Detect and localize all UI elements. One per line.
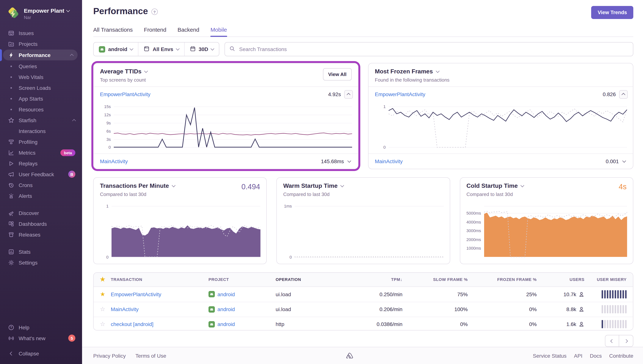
sidebar-item-user-feedback[interactable]: User FeedbackB [0, 169, 82, 180]
column-header-slow-frame-[interactable]: SLOW FRAME % [402, 277, 468, 282]
issues-icon [8, 30, 15, 36]
tab-backend[interactable]: Backend [178, 26, 199, 36]
user-misery-cell [584, 290, 633, 298]
sidebar-item-label: Discover [19, 210, 39, 216]
sidebar-item-what-s-new[interactable]: What's new5 [0, 333, 82, 344]
filter-android[interactable]: android [94, 42, 138, 56]
sidebar-item-issues[interactable]: Issues [0, 28, 82, 38]
collapse-toggle-button[interactable] [344, 90, 353, 98]
collapse-toggle-button[interactable] [619, 90, 628, 98]
badge-beta: beta [61, 149, 75, 156]
org-logo-icon [6, 7, 20, 21]
column-header-tpm[interactable]: TPM ↓ [352, 277, 402, 282]
footer-link-docs[interactable]: Docs [590, 353, 602, 358]
sidebar-item-alerts[interactable]: Alerts [0, 190, 82, 201]
expand-toggle-button[interactable] [622, 159, 626, 163]
cold-startup-title[interactable]: Cold Startup Time [466, 182, 524, 189]
footer-link-api[interactable]: API [574, 353, 582, 358]
search-input[interactable] [238, 46, 628, 52]
sidebar-item-dashboards[interactable]: Dashboards [0, 218, 82, 229]
sidebar-item-app-starts[interactable]: App Starts [0, 93, 82, 104]
sidebar-item-collapse[interactable]: Collapse [0, 348, 82, 359]
cold-startup-card: Cold Startup Time Compared to last 30d 4… [460, 177, 633, 264]
tab-all-transactions[interactable]: All Transactions [93, 26, 133, 36]
star-toggle[interactable]: ☆ [100, 306, 105, 312]
footer-link-service-status[interactable]: Service Status [533, 353, 566, 358]
transaction-link[interactable]: EmpowerPlantActivity [100, 91, 151, 97]
sidebar-item-label: Web Vitals [19, 74, 44, 80]
help-circle-icon[interactable]: ? [151, 8, 158, 15]
calendar-icon [190, 46, 196, 53]
average-ttids-title[interactable]: Average TTIDs [100, 68, 148, 75]
project-link[interactable]: android [217, 321, 235, 327]
column-header-user-misery[interactable]: USER MISERY [584, 277, 633, 282]
sidebar-item-crons[interactable]: Crons [0, 180, 82, 190]
star-toggle[interactable]: ☆ [100, 321, 105, 327]
warm-startup-title[interactable]: Warm Startup Time [283, 182, 344, 189]
sidebar-item-label: Interactions [19, 128, 46, 134]
widget-row-top: Average TTIDs Top screens by count View … [93, 63, 633, 169]
sidebar-item-projects[interactable]: Projects [0, 38, 82, 49]
tab-mobile[interactable]: Mobile [211, 26, 227, 36]
transaction-link[interactable]: MainActivity [100, 158, 128, 164]
sidebar-item-web-vitals[interactable]: Web Vitals [0, 72, 82, 82]
transaction-link[interactable]: MainActivity [375, 158, 403, 164]
page-title: Performance ? [93, 6, 158, 16]
sidebar-item-discover[interactable]: Discover [0, 208, 82, 218]
column-header-frozen-frame-[interactable]: FROZEN FRAME % [468, 277, 537, 282]
project-link[interactable]: android [217, 291, 235, 297]
transaction-link[interactable]: checkout [android] [111, 321, 153, 327]
y-axis-label: 9s [94, 120, 111, 125]
footer-link-contribute[interactable]: Contribute [609, 353, 633, 358]
sidebar-item-starfish[interactable]: Starfish [0, 115, 82, 126]
sidebar-item-help[interactable]: ?Help [0, 322, 82, 333]
item-value: 145.68ms [321, 158, 344, 164]
misery-score-bars [601, 320, 626, 328]
profiling-icon [8, 139, 15, 145]
plot-area [389, 105, 627, 149]
transaction-link[interactable]: MainActivity [111, 306, 139, 312]
view-all-button[interactable]: View All [323, 68, 352, 80]
plot-area [114, 105, 352, 149]
view-trends-button[interactable]: View Trends [591, 6, 633, 19]
column-header-operation[interactable]: OPERATION [276, 277, 352, 282]
sidebar-item-settings[interactable]: Settings [0, 257, 82, 268]
sidebar-item-performance[interactable]: Performance [3, 50, 78, 60]
expand-toggle-button[interactable] [348, 159, 351, 163]
star-header-icon: ★ [100, 276, 106, 282]
search-box[interactable] [225, 42, 633, 56]
project-link[interactable]: android [217, 306, 235, 312]
sidebar-item-metrics[interactable]: Metricsbeta [0, 147, 82, 158]
settings-icon [8, 260, 15, 266]
tpm-title[interactable]: Transactions Per Minute [100, 182, 175, 189]
sidebar-item-replays[interactable]: Replays [0, 158, 82, 169]
next-page-button[interactable] [619, 335, 633, 347]
sidebar-item-stats[interactable]: Stats [0, 246, 82, 257]
sidebar-item-queries[interactable]: Queries [0, 61, 82, 72]
most-frozen-frames-title[interactable]: Most Frozen Frames [375, 68, 449, 75]
sidebar-item-resources[interactable]: Resources [0, 104, 82, 115]
transaction-link[interactable]: EmpowerPlantActivity [375, 91, 425, 97]
sidebar-item-releases[interactable]: Releases [0, 229, 82, 240]
filter-all-envs[interactable]: All Envs [138, 42, 184, 56]
footer-link-terms-of-use[interactable]: Terms of Use [135, 353, 166, 358]
sidebar-item-profiling[interactable]: Profiling [0, 136, 82, 147]
transaction-link[interactable]: EmpowerPlantActivity [111, 291, 161, 297]
frozen-item-slot: EmpowerPlantActivity0.826 [369, 86, 633, 102]
bullet-icon [8, 66, 15, 67]
chevron-up-icon [70, 54, 74, 58]
sidebar-item-screen-loads[interactable]: Screen Loads [0, 82, 82, 93]
filter-30d[interactable]: 30D [184, 42, 219, 56]
column-header-users[interactable]: USERS [537, 277, 584, 282]
sidebar-item-label: Screen Loads [19, 85, 51, 91]
sidebar-item-interactions[interactable]: Interactions [0, 126, 82, 136]
y-axis-label: 0 [369, 145, 386, 150]
tab-frontend[interactable]: Frontend [144, 26, 166, 36]
org-switcher[interactable]: Empower Plant Nar [0, 4, 82, 26]
column-header-transaction[interactable]: TRANSACTION [111, 277, 208, 282]
footer-link-privacy-policy[interactable]: Privacy Policy [93, 353, 126, 358]
previous-page-button[interactable] [605, 335, 619, 347]
column-header-project[interactable]: PROJECT [208, 277, 276, 282]
sidebar: Empower Plant Nar IssuesProjectsPerforma… [0, 0, 82, 364]
star-toggle[interactable]: ★ [100, 291, 105, 297]
